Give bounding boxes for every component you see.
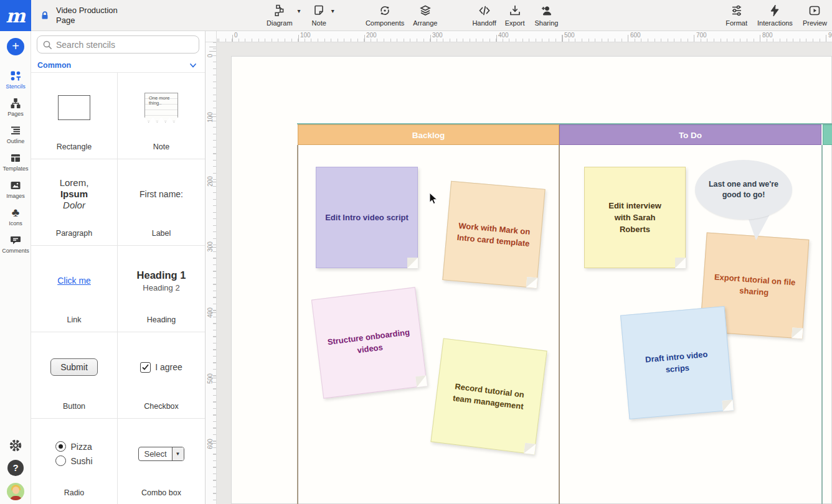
vruler-label: 100 (207, 108, 214, 127)
sidebar-item-pages[interactable]: Pages (0, 97, 31, 117)
handoff-button[interactable]: Handoff (472, 4, 496, 27)
checkbox-text: I agree (155, 362, 182, 372)
sidebar-item-stencils[interactable]: Stencils (0, 70, 31, 90)
stencil-checkbox[interactable]: I agree Checkbox (118, 332, 205, 419)
kanban-column-todo[interactable]: To Do (559, 124, 821, 145)
project-title: Video Production (56, 6, 118, 16)
stencil-button[interactable]: Submit Button (31, 332, 118, 419)
hruler-label: 700 (696, 32, 707, 39)
stencil-radio[interactable]: Pizza Sushi Radio (31, 419, 118, 504)
sidebar-item-templates[interactable]: Templates (0, 152, 31, 172)
help-button[interactable]: ? (7, 460, 24, 476)
checkbox-row: I agree (140, 362, 182, 373)
vertical-ruler: 0 100 200 300 400 500 600 (206, 42, 217, 504)
user-avatar[interactable] (7, 483, 24, 500)
sticky-note-text: Edit interview with Sarah Roberts (601, 200, 669, 235)
diagram-dropdown-caret[interactable]: ▾ (295, 7, 303, 14)
hruler-label: 800 (762, 32, 773, 39)
add-stencil-button[interactable]: + (7, 38, 24, 55)
column-divider (559, 145, 560, 504)
stencil-paragraph[interactable]: Lorem, Ipsum Dolor Paragraph (31, 159, 118, 246)
comments-label: Comments (2, 248, 29, 254)
radio-option1: Pizza (70, 442, 92, 452)
sticky-note[interactable]: Record tutorial on team management (430, 338, 547, 454)
vruler-label: 600 (207, 435, 214, 454)
note-dropdown-caret[interactable]: ▾ (329, 7, 337, 14)
combobox-caret-icon: ▼ (172, 447, 184, 460)
arrange-button[interactable]: Arrange (413, 4, 437, 27)
hruler-label: 100 (300, 32, 311, 39)
avatar-body (10, 496, 22, 500)
vruler-label: 0 (207, 47, 214, 65)
vruler-label: 300 (207, 238, 214, 256)
stencil-grid: Rectangle One more thing.. Note Lorem, I… (31, 73, 205, 504)
preview-button[interactable]: Preview (803, 4, 827, 27)
speech-bubble[interactable]: Last one and we're good to go! (695, 160, 792, 220)
page-name: Page (56, 16, 118, 26)
stencil-note[interactable]: One more thing.. Note (118, 73, 205, 159)
images-icon (9, 179, 22, 192)
sharing-button[interactable]: Sharing (535, 4, 559, 27)
search-input[interactable] (56, 40, 194, 50)
export-label: Export (505, 19, 525, 27)
section-header-common[interactable]: Common (31, 58, 205, 73)
pages-label: Pages (7, 111, 24, 117)
format-button[interactable]: Format (726, 4, 747, 27)
rail-bottom: ? (0, 438, 31, 500)
sticky-note[interactable]: Edit interview with Sarah Roberts (584, 167, 686, 268)
note-label: Note (312, 19, 326, 27)
sidebar-item-comments[interactable]: Comments (0, 234, 31, 254)
handoff-label: Handoff (472, 19, 496, 27)
format-label: Format (726, 19, 747, 27)
stencil-combobox[interactable]: Select ▼ Combo box (118, 419, 205, 504)
speech-bubble-text: Last one and we're good to go! (705, 179, 782, 200)
diagram-button[interactable]: Diagram (267, 4, 293, 27)
components-label: Components (366, 19, 404, 27)
hruler-label: 600 (630, 32, 641, 39)
stencil-heading[interactable]: Heading 1 Heading 2 Heading (118, 246, 205, 332)
stencil-rectangle[interactable]: Rectangle (31, 73, 118, 159)
stencil-label-item[interactable]: First name: Label (118, 159, 205, 246)
app-logo[interactable]: m (0, 0, 31, 31)
lock-icon[interactable] (40, 11, 50, 21)
sticky-note-text: Draft intro video scrips (632, 347, 722, 378)
paragraph-preview: Lorem, Ipsum Dolor (31, 159, 117, 229)
button-text: Submit (50, 358, 98, 376)
heading-preview: Heading 1 Heading 2 (118, 246, 205, 315)
interactions-button[interactable]: Interactions (757, 4, 793, 27)
kanban-column-third[interactable] (823, 124, 832, 145)
paragraph-line1: Lorem, (60, 177, 89, 189)
settings-gear-icon[interactable] (8, 438, 23, 453)
left-rail: + Stencils Pages Outline Templates (0, 31, 31, 504)
link-text: Click me (57, 276, 91, 286)
sidebar-item-outline[interactable]: Outline (0, 124, 31, 144)
outline-label: Outline (7, 138, 25, 144)
sticky-note[interactable]: Structure onboarding videos (311, 287, 427, 398)
stencil-label: Radio (64, 488, 85, 504)
checkbox-box (140, 362, 151, 373)
preview-icon (808, 4, 821, 17)
stencil-link[interactable]: Click me Link (31, 246, 118, 332)
sticky-note[interactable]: Draft intro video scrips (620, 306, 734, 419)
note-button[interactable]: Note (312, 4, 326, 27)
kanban-column-backlog[interactable]: Backlog (298, 124, 559, 145)
stencil-label: Paragraph (56, 229, 92, 245)
sidebar-item-icons[interactable]: ♣ Icons (0, 207, 31, 226)
vruler-label: 200 (207, 172, 214, 191)
components-button[interactable]: Components (366, 4, 404, 27)
radio-group: Pizza Sushi (55, 441, 92, 466)
export-button[interactable]: Export (505, 4, 525, 27)
sidebar-item-images[interactable]: Images (0, 179, 31, 199)
sticky-note[interactable]: Edit Intro video script (316, 167, 418, 268)
project-title-group[interactable]: Video Production Page (56, 6, 118, 26)
logo-glyph: m (6, 5, 26, 27)
sticky-note[interactable]: Work with Mark on Intro card template (442, 181, 545, 289)
diagram-icon (273, 4, 286, 17)
canvas-viewport: Backlog To Do Edit Intro video script Wo… (217, 42, 832, 504)
section-label: Common (37, 61, 71, 70)
handoff-icon (478, 4, 491, 17)
radio-selected (55, 441, 66, 452)
ruler-corner (206, 31, 217, 42)
toolbar-right: Format Interactions Preview (726, 4, 827, 27)
hruler-label: 90 (828, 32, 832, 39)
